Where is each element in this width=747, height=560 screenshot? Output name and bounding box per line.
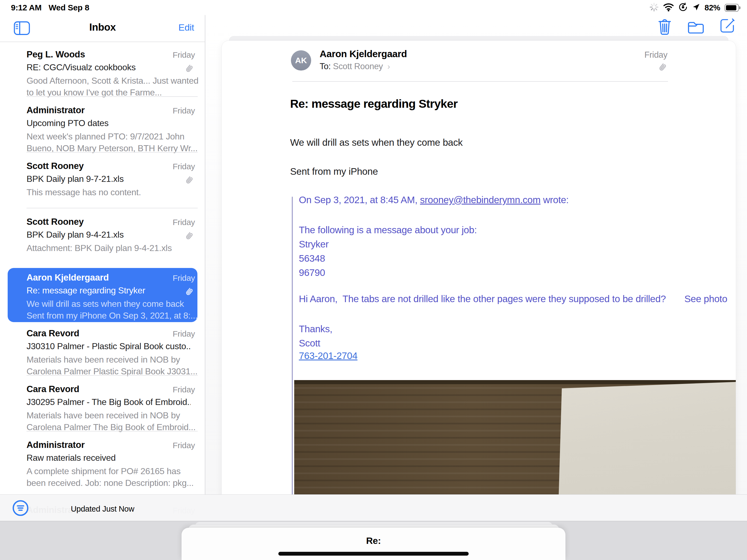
email-date: Friday (173, 218, 195, 227)
email-sender: Administrator (27, 440, 163, 450)
status-icons: 82% (649, 2, 739, 13)
email-date: Friday (173, 329, 195, 338)
attached-photo[interactable] (294, 380, 736, 495)
quote-line: The following is a message about your jo… (299, 223, 477, 237)
email-list-item[interactable]: Peg L. WoodsFridayRE: CGC/Visualz cookbo… (0, 43, 205, 99)
location-services-icon (692, 3, 700, 12)
email-date: Friday (173, 106, 195, 116)
email-subject: BPK Daily plan 9-7-21.xls (27, 174, 190, 184)
message-sender-name: Aaron Kjeldergaard (319, 48, 407, 59)
row-divider (27, 152, 198, 153)
quote-closing-lines: Thanks,Scott (299, 322, 332, 350)
mail-app-window: 9:12 AM Wed Sep 8 (0, 0, 747, 560)
status-bar: 9:12 AM Wed Sep 8 (0, 0, 747, 15)
message-recipient-line[interactable]: To: Scott Rooney › (319, 61, 390, 71)
email-preview: Next week's planned PTO: 9/7/2021 John B… (27, 131, 199, 154)
status-time-date: 9:12 AM Wed Sep 8 (11, 3, 89, 12)
folder-icon[interactable] (687, 21, 704, 34)
email-address-link[interactable]: srooney@thebinderymn.com (420, 195, 541, 205)
orientation-lock-icon (678, 2, 688, 13)
email-subject: Re: message regarding Stryker (27, 285, 190, 296)
quote-line: Thanks, (299, 322, 332, 336)
email-list-item[interactable]: AdministratorFridayUpcoming PTO datesNex… (0, 99, 205, 155)
email-list: Peg L. WoodsFridayRE: CGC/Visualz cookbo… (0, 15, 205, 521)
email-list-item[interactable]: Aaron KjeldergaardFridayRe: message rega… (0, 266, 205, 322)
email-date: Friday (173, 385, 195, 394)
email-preview: This message has no content. (27, 186, 199, 198)
inbox-sidebar: Inbox Edit Peg L. WoodsFridayRE: CGC/Vis… (0, 15, 205, 521)
quote-level-bar (292, 197, 293, 495)
email-list-item[interactable]: Cara RevordFridayJ30295 Palmer - The Big… (0, 378, 205, 434)
email-sender: Cara Revord (27, 328, 163, 338)
email-sender: Scott Rooney (27, 161, 163, 171)
message-subject: Re: message regarding Stryker (290, 97, 458, 110)
email-list-item[interactable]: Cara RevordFridayJ30310 Palmer - Plastic… (0, 322, 205, 378)
email-sender: Peg L. Woods (27, 49, 163, 59)
email-date: Friday (173, 50, 195, 59)
compose-icon[interactable] (720, 18, 736, 33)
quote-line: Scott (299, 336, 332, 350)
row-divider (27, 375, 198, 376)
email-list-item[interactable]: Scott RooneyFridayBPK Daily plan 9-4-21.… (0, 210, 205, 266)
email-sender: Scott Rooney (27, 217, 163, 227)
photo-paper-corner (294, 380, 736, 495)
quote-line: Stryker (299, 237, 477, 251)
body-line: Sent from my iPhone (290, 166, 378, 177)
quote-line: 56348 (299, 251, 477, 265)
quote-attribution: On Sep 3, 2021, at 8:45 AM, srooney@theb… (299, 195, 569, 205)
photo-wood-edge (294, 380, 736, 384)
header-divider (292, 81, 668, 82)
email-list-item[interactable]: Scott RooneyFridayBPK Daily plan 9-7-21.… (0, 155, 205, 210)
message-date: Friday (610, 50, 667, 60)
body-line: We will drill as sets when they come bac… (290, 137, 463, 148)
message-detail-card: AK Aaron Kjeldergaard To: Scott Rooney ›… (222, 41, 736, 521)
email-preview: A complete shipment for PO# 26165 has be… (27, 465, 199, 489)
to-label: To: (319, 61, 331, 71)
email-subject: BPK Daily plan 9-4-21.xls (27, 230, 190, 240)
email-preview: Good Afternoon, Scott & Krista... Just w… (27, 75, 199, 98)
row-divider (27, 208, 198, 208)
chevron-right-icon: › (387, 62, 390, 71)
quote-body-lines: The following is a message about your jo… (299, 223, 477, 280)
pane-divider (205, 15, 205, 521)
message-bottom-toolbar (205, 494, 747, 521)
email-subject: J30310 Palmer - Plastic Spiral Book cust… (27, 341, 190, 351)
email-sender: Cara Revord (27, 384, 163, 394)
email-preview: Materials have been received in NOB by C… (27, 354, 199, 377)
battery-icon (725, 4, 739, 12)
quote-line: 96790 (299, 265, 477, 280)
status-time: 9:12 AM (11, 3, 42, 12)
phone-number-link[interactable]: 763-201-2704 (299, 350, 357, 361)
email-list-item[interactable]: AdministratorFridayRaw materials receive… (0, 434, 205, 489)
home-indicator[interactable] (278, 552, 469, 556)
email-preview: We will drill as sets when they come bac… (27, 298, 199, 322)
email-date: Friday (173, 274, 195, 283)
network-activity-spinner-icon (649, 2, 659, 13)
email-date: Friday (173, 162, 195, 171)
email-subject: Upcoming PTO dates (27, 118, 190, 128)
status-date: Wed Sep 8 (49, 3, 89, 12)
email-sender: Administrator (27, 105, 163, 116)
email-subject: RE: CGC/Visualz cookbooks (27, 62, 190, 73)
sidebar-bottom-toolbar: Updated Just Now (0, 494, 205, 521)
quote-question-line: Hi Aaron, The tabs are not drilled like … (299, 294, 666, 304)
row-divider (27, 96, 198, 97)
battery-percent-label: 82% (705, 3, 720, 12)
email-preview: Attachment: BPK Daily plan 9-4-21.xls (27, 242, 199, 254)
wifi-icon (663, 3, 674, 12)
paperclip-icon (655, 60, 670, 75)
email-sender: Aaron Kjeldergaard (27, 272, 163, 283)
avatar: AK (291, 50, 311, 71)
see-photo-text: See photo (685, 294, 727, 304)
recipient-name: Scott Rooney (333, 61, 383, 71)
email-date: Friday (173, 441, 195, 450)
email-subject: Raw materials received (27, 453, 190, 463)
email-preview: Materials have been received in NOB by C… (27, 410, 199, 433)
compose-sheet-title: Re: (182, 535, 565, 546)
trash-icon[interactable] (657, 18, 672, 35)
updated-status-label: Updated Just Now (0, 505, 205, 513)
email-subject: J30295 Palmer - The Big Book of Embroid.… (27, 397, 190, 407)
row-divider (27, 431, 198, 432)
